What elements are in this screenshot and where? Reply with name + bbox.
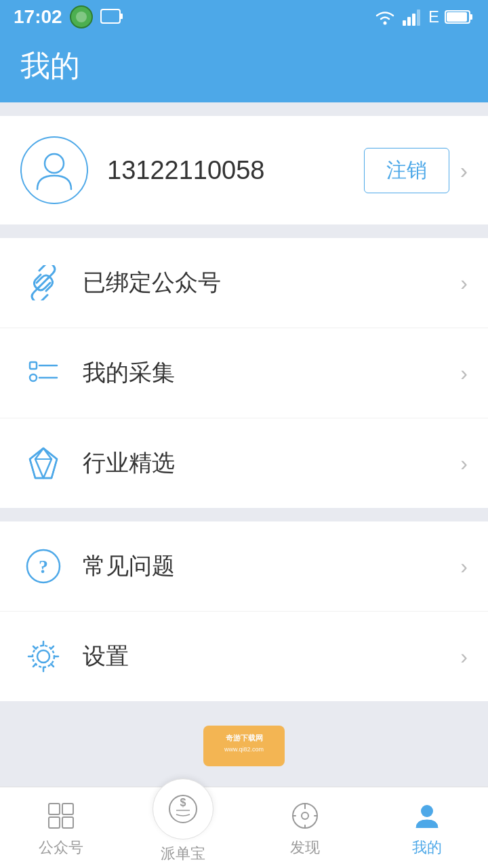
- menu-item-settings[interactable]: 设置 ›: [0, 612, 488, 701]
- status-bar: 17:02 E: [0, 0, 488, 34]
- svg-point-4: [383, 22, 386, 25]
- paidan-icon: $: [165, 791, 201, 827]
- svg-rect-7: [412, 14, 415, 26]
- paidan-circle: $: [152, 778, 214, 840]
- svg-rect-11: [447, 12, 467, 22]
- screen-icon: [100, 9, 123, 25]
- nav-label-faxian: 发现: [290, 837, 320, 858]
- my-collection-label: 我的采集: [83, 357, 460, 389]
- question-icon: ?: [24, 547, 62, 585]
- menu-group-2: ? 常见问题 › 设置 ›: [0, 521, 488, 701]
- section-divider-top: [0, 102, 488, 116]
- nav-item-paidan[interactable]: $ 派单宝: [122, 792, 244, 864]
- menu-item-bound-account[interactable]: 已绑定公众号 ›: [0, 238, 488, 328]
- bottom-navigation: 公众号 $ 派单宝 发现: [0, 787, 488, 868]
- profile-right: 注销 ›: [364, 148, 468, 193]
- svg-point-23: [37, 650, 49, 663]
- svg-rect-6: [407, 17, 411, 26]
- svg-rect-8: [417, 9, 420, 26]
- list-icon: [26, 355, 61, 391]
- svg-rect-14: [30, 362, 37, 369]
- menu-item-faq[interactable]: ? 常见问题 ›: [0, 521, 488, 612]
- nav-label-paidan: 派单宝: [161, 844, 205, 864]
- cancel-button[interactable]: 注销: [364, 148, 449, 193]
- svg-point-38: [421, 805, 433, 817]
- page-title: 我的: [20, 46, 468, 86]
- my-collection-chevron: ›: [460, 361, 468, 386]
- menu-group-1: 已绑定公众号 › 我的采集 › 行业精选 ›: [0, 238, 488, 508]
- status-icons: E: [373, 7, 474, 26]
- battery-icon: [445, 9, 474, 25]
- profile-chevron[interactable]: ›: [460, 157, 468, 184]
- bound-account-label: 已绑定公众号: [83, 267, 460, 298]
- diamond-icon-container: [20, 440, 66, 486]
- svg-rect-10: [470, 14, 472, 20]
- faq-chevron: ›: [460, 554, 468, 579]
- gear-icon: [24, 637, 62, 675]
- profile-section: 13122110058 注销 ›: [0, 116, 488, 224]
- user-avatar-icon: [34, 149, 75, 193]
- industry-label: 行业精选: [83, 448, 460, 479]
- svg-text:$: $: [180, 797, 186, 808]
- svg-rect-28: [49, 804, 60, 814]
- svg-rect-2: [101, 9, 120, 23]
- link-icon: [26, 265, 61, 300]
- faq-label: 常见问题: [83, 551, 460, 582]
- faxian-icon: [287, 798, 323, 833]
- diamond-icon: [26, 446, 61, 481]
- svg-point-36: [302, 812, 308, 819]
- menu-item-industry[interactable]: 行业精选 ›: [0, 418, 488, 508]
- svg-rect-29: [62, 804, 73, 814]
- app-status-icon: [69, 5, 94, 29]
- bound-account-chevron: ›: [460, 271, 468, 296]
- menu-item-my-collection[interactable]: 我的采集 ›: [0, 328, 488, 418]
- phone-number: 13122110058: [107, 156, 264, 185]
- avatar[interactable]: [20, 136, 88, 204]
- settings-chevron: ›: [460, 644, 468, 669]
- profile-left: 13122110058: [20, 136, 264, 204]
- wifi-icon: [373, 7, 397, 26]
- bottom-gap: [0, 701, 488, 796]
- question-icon-container: ?: [20, 543, 66, 589]
- signal-icon: [403, 8, 423, 26]
- section-divider-1: [0, 224, 488, 238]
- wode-icon: [409, 798, 445, 833]
- svg-point-1: [76, 12, 87, 22]
- svg-rect-30: [49, 817, 60, 828]
- gear-icon-container: [20, 633, 66, 679]
- network-type: E: [428, 7, 439, 26]
- svg-rect-5: [403, 20, 406, 26]
- svg-rect-31: [62, 817, 73, 828]
- nav-item-gongzhonghao[interactable]: 公众号: [0, 798, 122, 858]
- list-icon-container: [20, 350, 66, 396]
- nav-item-wode[interactable]: 我的: [366, 798, 488, 858]
- svg-rect-3: [120, 14, 123, 19]
- status-time: 17:02: [14, 6, 62, 28]
- svg-marker-19: [30, 448, 57, 478]
- svg-text:?: ?: [39, 556, 48, 577]
- nav-label-wode: 我的: [412, 837, 442, 858]
- industry-chevron: ›: [460, 451, 468, 476]
- page-header: 我的: [0, 34, 488, 102]
- section-divider-2: [0, 508, 488, 521]
- nav-label-gongzhonghao: 公众号: [39, 837, 83, 858]
- svg-point-12: [45, 154, 64, 173]
- svg-point-16: [30, 374, 37, 381]
- nav-item-faxian[interactable]: 发现: [244, 798, 366, 858]
- gongzhonghao-icon: [43, 798, 79, 833]
- settings-label: 设置: [83, 641, 460, 672]
- link-icon-container: [20, 260, 66, 306]
